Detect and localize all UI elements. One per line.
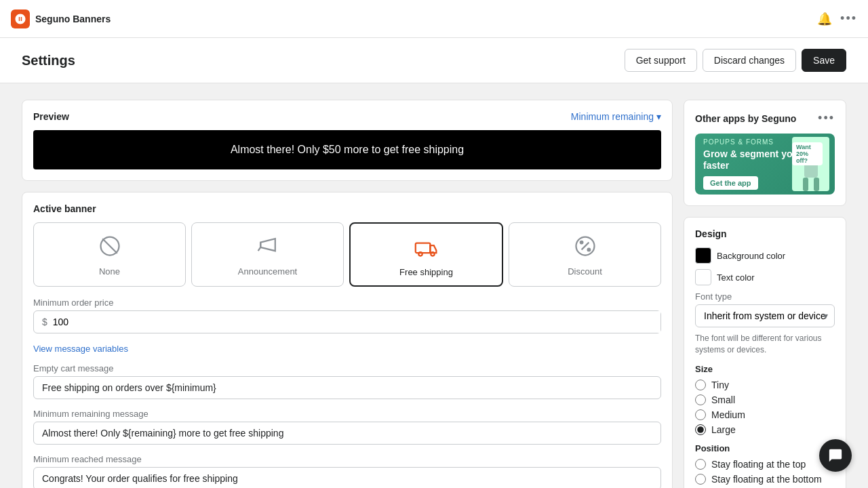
- banner-option-announcement[interactable]: Announcement: [191, 222, 344, 287]
- minimum-reached-message-label: Minimum reached message: [33, 454, 661, 464]
- size-tiny-radio[interactable]: [695, 380, 706, 390]
- save-button[interactable]: Save: [802, 49, 846, 72]
- header-actions: Get support Discard changes Save: [625, 49, 846, 72]
- minimum-remaining-message-input[interactable]: [33, 422, 661, 445]
- position-top-option[interactable]: Stay floating at the top: [695, 459, 835, 470]
- page-header: Settings Get support Discard changes Sav…: [0, 38, 868, 83]
- svg-rect-15: [814, 178, 819, 191]
- preview-filter-label: Minimum remaining: [571, 111, 654, 122]
- banner-option-none[interactable]: None: [33, 222, 186, 287]
- background-color-label: Background color: [717, 251, 785, 261]
- empty-cart-message-label: Empty cart message: [33, 363, 661, 373]
- banner-option-discount[interactable]: Discount: [509, 222, 661, 287]
- ad-get-app-button[interactable]: Get the app: [703, 176, 758, 190]
- position-bottom-option[interactable]: Stay floating at the bottom: [695, 474, 835, 485]
- empty-cart-message-group: Empty cart message: [33, 363, 661, 399]
- position-top-radio[interactable]: [695, 459, 706, 470]
- size-medium-radio[interactable]: [695, 409, 706, 420]
- preview-card: Preview Minimum remaining ▾ Almost there…: [22, 100, 673, 181]
- active-banner-card: Active banner None: [22, 192, 673, 488]
- size-tiny-label: Tiny: [711, 380, 729, 390]
- ad-right-image: Want 20% off?: [792, 134, 829, 195]
- banner-option-announcement-label: Announcement: [238, 266, 297, 277]
- banner-option-free-shipping[interactable]: Free shipping: [349, 222, 503, 287]
- svg-point-10: [580, 241, 583, 244]
- minimum-order-price-input-wrap: $: [33, 310, 661, 333]
- svg-line-4: [258, 247, 260, 251]
- discount-icon: [570, 231, 600, 261]
- size-medium-label: Medium: [711, 409, 745, 420]
- position-top-label: Stay floating at the top: [711, 459, 806, 470]
- text-color-label: Text color: [717, 272, 755, 283]
- minimum-order-price-label: Minimum order price: [33, 298, 661, 308]
- size-small-label: Small: [711, 394, 735, 405]
- svg-point-7: [431, 252, 434, 256]
- more-menu-icon[interactable]: •••: [840, 12, 857, 26]
- minimum-order-price-input[interactable]: [53, 311, 660, 333]
- font-hint: The font will be different for various s…: [695, 333, 835, 356]
- svg-rect-5: [415, 243, 430, 253]
- preview-banner: Almost there! Only $50 more to get free …: [33, 130, 661, 169]
- chevron-down-icon: ▾: [656, 111, 661, 122]
- position-bottom-radio[interactable]: [695, 474, 706, 485]
- size-small-option[interactable]: Small: [695, 394, 835, 405]
- other-apps-card: Other apps by Seguno ••• POPUPS & FORMS …: [684, 100, 846, 206]
- ad-badge: Want 20% off?: [792, 142, 823, 165]
- font-type-label: Font type: [695, 291, 732, 302]
- font-type-select[interactable]: Inherit from system or device: [695, 304, 835, 327]
- currency-symbol: $: [34, 311, 53, 333]
- size-large-radio[interactable]: [695, 424, 706, 435]
- app-branding: Seguno Banners: [11, 9, 111, 28]
- main-content: Preview Minimum remaining ▾ Almost there…: [0, 83, 868, 488]
- minimum-reached-message-group: Minimum reached message: [33, 454, 661, 488]
- text-color-swatch[interactable]: [695, 269, 711, 285]
- svg-line-1: [102, 239, 117, 253]
- discard-changes-button[interactable]: Discard changes: [703, 49, 796, 72]
- text-color-row: Text color: [695, 269, 835, 285]
- background-color-row: Background color: [695, 247, 835, 264]
- view-message-variables-link[interactable]: View message variables: [33, 344, 128, 354]
- minimum-remaining-message-label: Minimum remaining message: [33, 409, 661, 419]
- size-tiny-option[interactable]: Tiny: [695, 380, 835, 390]
- other-apps-header: Other apps by Seguno •••: [695, 111, 835, 125]
- empty-cart-message-input[interactable]: [33, 376, 661, 399]
- size-options: Tiny Small Medium Large: [695, 380, 835, 435]
- other-apps-title: Other apps by Seguno: [695, 113, 796, 124]
- nav-actions: 🔔 •••: [817, 12, 857, 26]
- background-color-swatch[interactable]: [695, 247, 711, 264]
- preview-filter-button[interactable]: Minimum remaining ▾: [571, 111, 661, 122]
- seguno-ad-banner[interactable]: POPUPS & FORMS Grow & segment your list …: [695, 134, 835, 195]
- banner-option-none-label: None: [99, 266, 120, 277]
- size-small-radio[interactable]: [695, 394, 706, 405]
- preview-header: Preview Minimum remaining ▾: [33, 111, 661, 122]
- other-apps-more-icon[interactable]: •••: [818, 111, 835, 125]
- svg-point-11: [587, 249, 590, 251]
- font-type-select-wrap: Inherit from system or device ▾: [695, 304, 835, 327]
- svg-point-6: [418, 252, 422, 256]
- size-label: Size: [695, 364, 835, 374]
- free-shipping-icon: [412, 232, 441, 262]
- design-title: Design: [695, 228, 835, 239]
- position-label: Position: [695, 443, 835, 453]
- minimum-remaining-message-group: Minimum remaining message: [33, 409, 661, 445]
- minimum-reached-message-input[interactable]: [33, 467, 661, 488]
- app-icon: [11, 9, 30, 28]
- chat-button[interactable]: [819, 439, 852, 472]
- top-navigation: Seguno Banners 🔔 •••: [0, 0, 868, 38]
- none-icon: [95, 231, 125, 261]
- active-banner-title: Active banner: [33, 203, 661, 214]
- size-large-label: Large: [711, 424, 736, 435]
- preview-label: Preview: [33, 111, 69, 122]
- size-medium-option[interactable]: Medium: [695, 409, 835, 420]
- app-name: Seguno Banners: [35, 14, 111, 24]
- svg-marker-2: [260, 239, 275, 251]
- get-support-button[interactable]: Get support: [625, 49, 697, 72]
- notification-icon[interactable]: 🔔: [817, 12, 832, 26]
- size-large-option[interactable]: Large: [695, 424, 835, 435]
- banner-option-free-shipping-label: Free shipping: [399, 267, 453, 277]
- right-column: Other apps by Seguno ••• POPUPS & FORMS …: [684, 100, 846, 488]
- font-type-label-wrap: Font type: [695, 291, 835, 302]
- minimum-order-price-group: Minimum order price $: [33, 298, 661, 333]
- position-options: Stay floating at the top Stay floating a…: [695, 459, 835, 485]
- position-bottom-label: Stay floating at the bottom: [711, 474, 822, 485]
